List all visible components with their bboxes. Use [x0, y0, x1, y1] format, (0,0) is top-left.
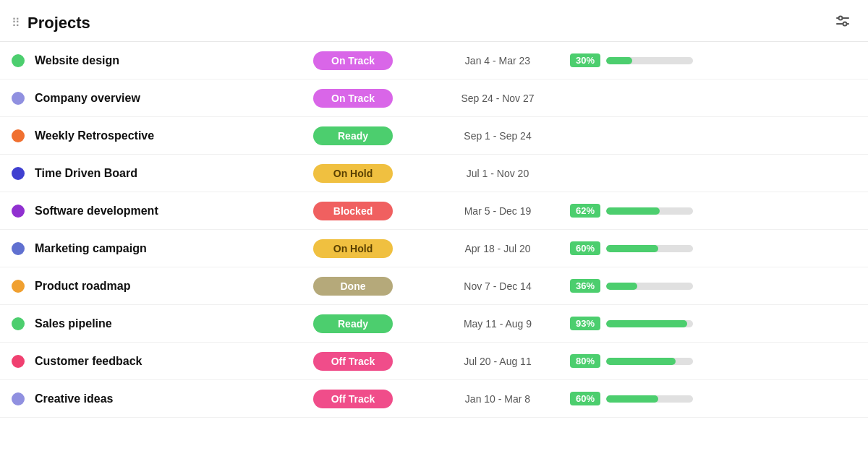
- project-dot: [12, 92, 25, 105]
- project-date: Jul 20 - Aug 11: [425, 356, 570, 367]
- project-date: Jul 1 - Nov 20: [425, 168, 570, 179]
- project-date: Mar 5 - Dec 19: [425, 205, 570, 217]
- status-col: Ready: [281, 126, 425, 145]
- progress-col: 30%: [570, 53, 851, 67]
- progress-label: 93%: [570, 317, 600, 330]
- svg-point-3: [843, 22, 847, 26]
- progress-bar-fill: [606, 395, 658, 403]
- progress-bar-track: [606, 283, 693, 290]
- progress-bar-fill: [606, 283, 637, 290]
- project-name: Sales pipeline: [35, 317, 281, 330]
- progress-col: 60%: [570, 241, 851, 255]
- progress-label: 60%: [570, 241, 600, 255]
- table-row[interactable]: Customer feedbackOff TrackJul 20 - Aug 1…: [0, 343, 868, 380]
- progress-bar-fill: [606, 245, 658, 252]
- status-col: On Track: [281, 51, 425, 70]
- project-dot: [12, 129, 25, 142]
- project-dot: [12, 205, 25, 218]
- project-name: Product roadmap: [35, 280, 281, 293]
- status-col: On Hold: [281, 164, 425, 183]
- table-row[interactable]: Marketing campaignOn HoldApr 18 - Jul 20…: [0, 230, 868, 267]
- project-name: Software development: [35, 205, 281, 218]
- progress-bar-track: [606, 245, 693, 252]
- progress-bar-track: [606, 395, 693, 403]
- projects-table: Website designOn TrackJan 4 - Mar 2330%C…: [0, 42, 868, 418]
- project-name: Website design: [35, 54, 281, 67]
- svg-point-2: [839, 17, 843, 20]
- project-name: Creative ideas: [35, 392, 281, 405]
- progress-col: 93%: [570, 317, 851, 330]
- project-name: Marketing campaign: [35, 242, 281, 255]
- project-date: Nov 7 - Dec 14: [425, 280, 570, 292]
- progress-bar-fill: [606, 207, 660, 215]
- status-badge[interactable]: On Track: [313, 51, 393, 70]
- progress-label: 30%: [570, 53, 600, 67]
- status-col: Ready: [281, 314, 425, 333]
- project-date: May 11 - Aug 9: [425, 318, 570, 330]
- project-name: Customer feedback: [35, 355, 281, 368]
- progress-label: 36%: [570, 279, 600, 293]
- progress-bar-track: [606, 207, 693, 215]
- project-dot: [12, 54, 25, 67]
- project-name: Weekly Retrospective: [35, 129, 281, 142]
- progress-col: 36%: [570, 279, 851, 293]
- progress-bar-fill: [606, 358, 676, 365]
- page-header: ⠿ Projects: [0, 0, 868, 42]
- project-dot: [12, 167, 25, 180]
- status-col: Off Track: [281, 352, 425, 371]
- project-name: Company overview: [35, 92, 281, 105]
- progress-label: 80%: [570, 354, 600, 368]
- status-col: On Track: [281, 89, 425, 108]
- project-date: Sep 1 - Sep 24: [425, 130, 570, 142]
- progress-label: 60%: [570, 392, 600, 405]
- project-date: Jan 10 - Mar 8: [425, 393, 570, 405]
- project-dot: [12, 392, 25, 405]
- project-dot: [12, 280, 25, 293]
- table-row[interactable]: Software developmentBlockedMar 5 - Dec 1…: [0, 192, 868, 230]
- progress-col: 60%: [570, 392, 851, 405]
- status-col: Blocked: [281, 202, 425, 220]
- table-row[interactable]: Company overviewOn TrackSep 24 - Nov 27: [0, 80, 868, 117]
- project-date: Jan 4 - Mar 23: [425, 55, 570, 66]
- table-row[interactable]: Website designOn TrackJan 4 - Mar 2330%: [0, 42, 868, 80]
- progress-bar-fill: [606, 57, 632, 64]
- progress-col: 80%: [570, 354, 851, 368]
- progress-bar-track: [606, 320, 693, 327]
- progress-bar-track: [606, 358, 693, 365]
- status-col: Off Track: [281, 390, 425, 408]
- status-badge[interactable]: On Track: [313, 89, 393, 108]
- status-badge[interactable]: Ready: [313, 126, 393, 145]
- status-badge[interactable]: On Hold: [313, 164, 393, 183]
- status-badge[interactable]: Ready: [313, 314, 393, 333]
- table-row[interactable]: Product roadmapDoneNov 7 - Dec 1436%: [0, 267, 868, 305]
- page-title: Projects: [27, 14, 90, 33]
- progress-bar-track: [606, 57, 693, 64]
- progress-label: 62%: [570, 204, 600, 218]
- table-row[interactable]: Sales pipelineReadyMay 11 - Aug 993%: [0, 305, 868, 343]
- progress-col: 62%: [570, 204, 851, 218]
- project-dot: [12, 242, 25, 255]
- drag-icon[interactable]: ⠿: [12, 16, 20, 30]
- project-date: Sep 24 - Nov 27: [425, 93, 570, 104]
- project-dot: [12, 317, 25, 330]
- status-col: Done: [281, 277, 425, 296]
- progress-bar-fill: [606, 320, 687, 327]
- project-date: Apr 18 - Jul 20: [425, 243, 570, 254]
- project-name: Time Driven Board: [35, 167, 281, 180]
- status-badge[interactable]: Done: [313, 277, 393, 296]
- status-badge[interactable]: On Hold: [313, 239, 393, 258]
- project-dot: [12, 355, 25, 368]
- table-row[interactable]: Creative ideasOff TrackJan 10 - Mar 860%: [0, 380, 868, 418]
- table-row[interactable]: Weekly RetrospectiveReadySep 1 - Sep 24: [0, 117, 868, 155]
- status-badge[interactable]: Off Track: [313, 390, 393, 408]
- table-row[interactable]: Time Driven BoardOn HoldJul 1 - Nov 20: [0, 155, 868, 192]
- filter-icon[interactable]: [835, 13, 851, 33]
- status-badge[interactable]: Blocked: [313, 202, 393, 220]
- status-col: On Hold: [281, 239, 425, 258]
- status-badge[interactable]: Off Track: [313, 352, 393, 371]
